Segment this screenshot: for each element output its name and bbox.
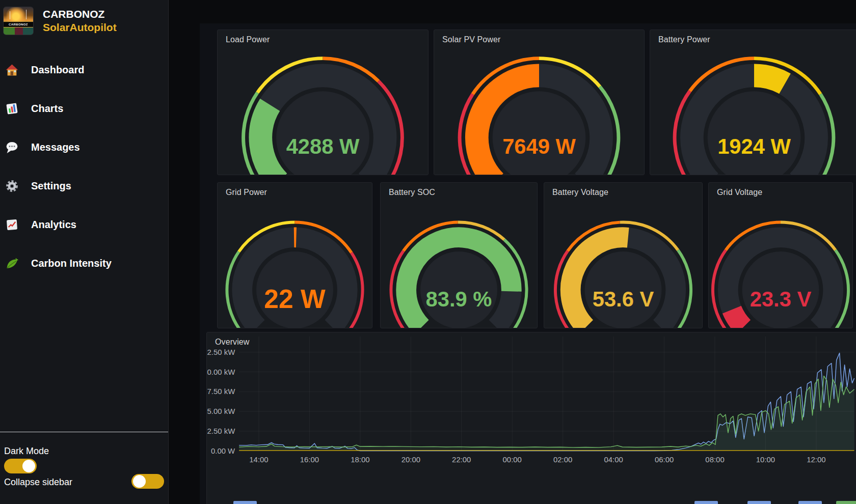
svg-text:22:00: 22:00 [452, 456, 471, 464]
solar-pv-power-gauge: 7649 W [434, 30, 644, 175]
svg-text:83.9 %: 83.9 % [426, 287, 492, 311]
sidebar-nav: Dashboard Charts Messages [0, 50, 168, 283]
legend-item[interactable] [694, 501, 718, 504]
legend-item[interactable] [836, 501, 856, 504]
battery-power-gauge: 1924 W [650, 30, 856, 175]
panel-title: Battery SOC [389, 188, 435, 197]
svg-text:2.50 kW: 2.50 kW [207, 427, 236, 435]
overview-chart: 12.50 kW10.00 kW7.50 kW5.00 kW2.50 kW0.0… [207, 332, 856, 504]
sidebar-item-label: Settings [31, 180, 71, 192]
sidebar-divider [0, 432, 168, 432]
svg-text:7.50 kW: 7.50 kW [207, 387, 236, 396]
svg-text:00:00: 00:00 [503, 456, 522, 464]
svg-text:22 W: 22 W [264, 284, 326, 314]
svg-text:12:00: 12:00 [807, 456, 825, 464]
sidebar-item-label: Charts [31, 103, 63, 115]
battery-soc-gauge: 83.9 % [381, 183, 537, 328]
house-icon [5, 63, 19, 77]
toggle-knob [22, 460, 35, 472]
sidebar-item-messages[interactable]: Messages [0, 128, 168, 166]
brand-subtitle: SolarAutopilot [43, 21, 117, 34]
toggle-knob [133, 475, 146, 488]
svg-text:06:00: 06:00 [655, 456, 674, 464]
load-power-gauge: 4288 W [218, 30, 428, 175]
sidebar: CARBONOZ CARBONOZ SolarAutopilot Dashboa… [0, 0, 169, 504]
battery-voltage-gauge: 53.6 V [544, 183, 702, 328]
logo-wordmark: CARBONOZ [4, 21, 33, 27]
dashboard-main: Load Power 4288 W Solar PV Power 7649 W … [200, 23, 856, 504]
sidebar-item-label: Messages [31, 142, 80, 153]
svg-text:18:00: 18:00 [351, 456, 369, 464]
panel-grid-power: Grid Power 22 W [217, 182, 372, 328]
sidebar-item-carbon-intensity[interactable]: Carbon Intensity [0, 244, 168, 283]
grid-power-gauge: 22 W [218, 183, 372, 328]
sidebar-item-settings[interactable]: Settings [0, 166, 168, 205]
panel-title: Battery Power [658, 35, 710, 44]
carbonoz-logo: CARBONOZ [3, 7, 34, 35]
svg-text:14:00: 14:00 [249, 456, 268, 464]
svg-text:16:00: 16:00 [300, 456, 319, 464]
speech-bubble-icon [5, 141, 19, 154]
dark-mode-toggle[interactable] [4, 459, 37, 473]
collapse-sidebar-toggle[interactable] [131, 474, 164, 489]
panel-battery-voltage: Battery Voltage 53.6 V [544, 182, 703, 328]
svg-text:02:00: 02:00 [553, 456, 572, 464]
svg-text:7649 W: 7649 W [502, 134, 576, 158]
panel-title: Solar PV Power [442, 35, 500, 44]
leaf-icon [5, 257, 19, 270]
panel-battery-power: Battery Power 1924 W [650, 30, 856, 175]
svg-text:20:00: 20:00 [402, 456, 420, 464]
dark-mode-label: Dark Mode [4, 446, 49, 457]
svg-text:10:00: 10:00 [756, 456, 775, 464]
svg-text:04:00: 04:00 [604, 456, 623, 464]
panel-solar-pv-power: Solar PV Power 7649 W [434, 30, 645, 175]
panel-title: Load Power [226, 35, 270, 44]
legend-item[interactable] [233, 501, 257, 504]
sidebar-item-analytics[interactable]: Analytics [0, 205, 168, 244]
line-chart-icon [5, 218, 19, 232]
brand: CARBONOZ CARBONOZ SolarAutopilot [3, 7, 117, 35]
sidebar-item-label: Carbon Intensity [31, 258, 112, 269]
sidebar-item-label: Dashboard [31, 64, 84, 76]
svg-text:5.00 kW: 5.00 kW [207, 407, 236, 415]
brand-title: CARBONOZ [43, 8, 117, 21]
collapse-sidebar-label: Collapse sidebar [4, 477, 72, 488]
panel-title: Battery Voltage [552, 188, 608, 197]
sidebar-item-charts[interactable]: Charts [0, 89, 168, 128]
panel-battery-soc: Battery SOC 83.9 % [380, 182, 538, 328]
svg-text:23.3 V: 23.3 V [750, 287, 812, 311]
svg-text:08:00: 08:00 [705, 456, 724, 464]
svg-text:0.00 W: 0.00 W [211, 447, 235, 455]
grid-voltage-gauge: 23.3 V [709, 183, 852, 328]
panel-title: Overview [215, 338, 249, 347]
svg-text:1924 W: 1924 W [717, 134, 791, 158]
panel-load-power: Load Power 4288 W [217, 30, 429, 175]
legend-item[interactable] [747, 501, 771, 504]
svg-text:12.50 kW: 12.50 kW [207, 348, 235, 356]
svg-text:53.6 V: 53.6 V [593, 287, 654, 311]
svg-text:4288 W: 4288 W [286, 134, 360, 158]
legend-item[interactable] [798, 501, 822, 504]
gear-icon [5, 179, 19, 193]
svg-text:10.00 kW: 10.00 kW [207, 368, 235, 376]
panel-title: Grid Voltage [717, 188, 762, 197]
panel-overview: Overview 12.50 kW10.00 kW7.50 kW5.00 kW2… [206, 332, 856, 504]
panel-title: Grid Power [226, 188, 267, 197]
panel-grid-voltage: Grid Voltage 23.3 V [708, 182, 853, 328]
bar-chart-icon [5, 102, 19, 116]
sidebar-item-dashboard[interactable]: Dashboard [0, 50, 168, 89]
sidebar-item-label: Analytics [31, 219, 76, 231]
